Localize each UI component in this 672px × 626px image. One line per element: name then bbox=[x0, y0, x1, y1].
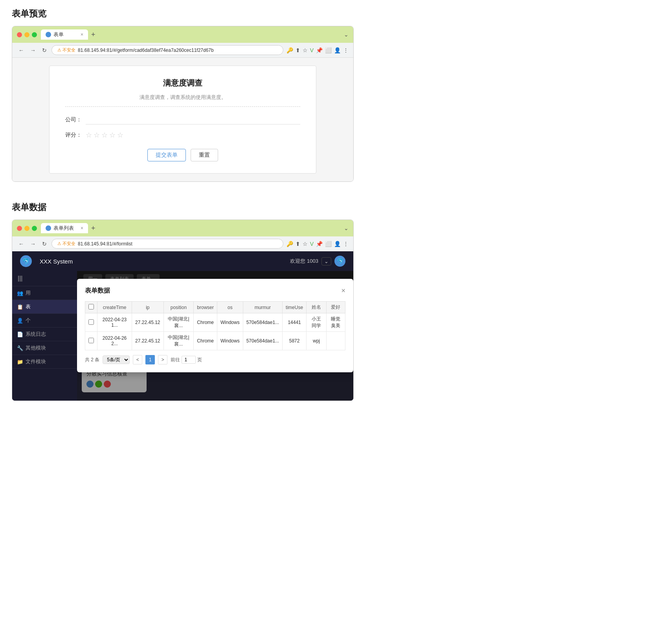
window-icon-2[interactable]: ⬜ bbox=[325, 241, 332, 247]
address-bar-1[interactable]: ⚠ 不安全 81.68.145.94:81/#/getform/cad6daf3… bbox=[51, 45, 283, 55]
page-current-btn[interactable]: 1 bbox=[145, 355, 155, 364]
nav-refresh-1[interactable]: ↻ bbox=[40, 46, 48, 54]
sidebar-item-file[interactable]: 📁 文件模块 bbox=[12, 355, 77, 369]
form-desc-1: 满意度调查，调查系统的使用满意度。 bbox=[65, 94, 300, 107]
sidebar-item-syslog[interactable]: 📄 系统日志 bbox=[12, 328, 77, 341]
goto-input[interactable] bbox=[182, 356, 196, 364]
dot-green-1[interactable] bbox=[32, 32, 37, 37]
sidebar-other-label: 其他模块 bbox=[26, 344, 46, 351]
modal-overlay: 表单数据 × createTime ip position bbox=[77, 271, 353, 401]
user-dropdown[interactable]: ⌄ bbox=[321, 257, 331, 265]
star-2[interactable]: ☆ bbox=[94, 131, 100, 139]
ext-v-icon-2[interactable]: V bbox=[310, 241, 314, 247]
tab-label-2: 表单列表 bbox=[53, 225, 74, 232]
star-4[interactable]: ☆ bbox=[109, 131, 116, 139]
sidebar-item-users[interactable]: 👥 用 bbox=[12, 286, 77, 300]
dot-yellow-2[interactable] bbox=[24, 226, 29, 231]
tab-label-1: 表单 bbox=[53, 31, 64, 38]
data-table: createTime ip position browser os murmur… bbox=[85, 301, 345, 350]
dot-red-1[interactable] bbox=[17, 32, 22, 37]
star-rating[interactable]: ☆ ☆ ☆ ☆ ☆ bbox=[86, 131, 123, 139]
users-icon: 👥 bbox=[17, 290, 23, 296]
form-card-1: 满意度调查 满意度调查，调查系统的使用满意度。 公司： 评分： ☆ ☆ ☆ ☆ … bbox=[49, 66, 316, 174]
tab-favicon-2 bbox=[46, 225, 51, 231]
warning-icon-2: ⚠ 不安全 bbox=[57, 241, 75, 247]
more-icon-1[interactable]: ⋮ bbox=[343, 47, 349, 53]
tab-close-2[interactable]: × bbox=[81, 225, 83, 231]
select-all-checkbox[interactable] bbox=[88, 304, 94, 309]
reset-button[interactable]: 重置 bbox=[191, 149, 218, 161]
goto-prefix: 前往 bbox=[171, 357, 180, 363]
star-icon-2[interactable]: ☆ bbox=[303, 241, 308, 247]
pin-icon-2[interactable]: 📌 bbox=[316, 241, 323, 247]
user-avatar-topbar[interactable]: 🐬 bbox=[334, 256, 345, 267]
sidebar-collapse-btn[interactable]: ||| bbox=[12, 271, 77, 286]
form-row-company: 公司： bbox=[65, 115, 300, 124]
col-hobby: 爱好 bbox=[326, 302, 345, 313]
browser-tab-1[interactable]: 表单 × bbox=[41, 29, 88, 40]
nav-back-1[interactable]: ← bbox=[17, 46, 26, 54]
table-header-row: createTime ip position browser os murmur… bbox=[85, 302, 345, 313]
ext-v-icon-1[interactable]: V bbox=[310, 47, 314, 53]
star-icon-1[interactable]: ☆ bbox=[303, 47, 308, 53]
sidebar-item-table[interactable]: 📋 表 bbox=[12, 300, 77, 314]
key-icon-1[interactable]: 🔑 bbox=[286, 47, 293, 53]
nav-back-2[interactable]: ← bbox=[17, 240, 26, 248]
dot-red-2[interactable] bbox=[17, 226, 22, 231]
pin-icon-1[interactable]: 📌 bbox=[316, 47, 323, 53]
sidebar-file-label: 文件模块 bbox=[26, 358, 46, 365]
welcome-text: 欢迎您 1003 bbox=[290, 258, 318, 265]
form-title-1: 满意度调查 bbox=[65, 78, 300, 88]
nav-refresh-2[interactable]: ↻ bbox=[40, 240, 48, 248]
tab-plus-2[interactable]: + bbox=[91, 224, 95, 232]
submit-button[interactable]: 提交表单 bbox=[147, 149, 186, 161]
share-icon-2[interactable]: ⬆ bbox=[296, 241, 300, 247]
row1-name: 小王同学 bbox=[307, 313, 327, 332]
modal-close-button[interactable]: × bbox=[341, 287, 345, 295]
col-ip: ip bbox=[132, 302, 163, 313]
browser-titlebar-2: 表单列表 × + ⌄ bbox=[12, 220, 353, 236]
tab-close-1[interactable]: × bbox=[81, 32, 83, 37]
page-prev-btn[interactable]: < bbox=[133, 355, 142, 364]
star-1[interactable]: ☆ bbox=[86, 131, 92, 139]
modal-box: 表单数据 × createTime ip position bbox=[77, 279, 353, 372]
dot-yellow-1[interactable] bbox=[24, 32, 29, 37]
row1-select[interactable] bbox=[88, 319, 94, 325]
sidebar-item-other[interactable]: 🔧 其他模块 bbox=[12, 341, 77, 355]
sidebar-item-person[interactable]: 👤 个 bbox=[12, 314, 77, 328]
share-icon-1[interactable]: ⬆ bbox=[296, 47, 300, 53]
user-icon-2[interactable]: 👤 bbox=[334, 241, 341, 247]
row2-timeuse: 5872 bbox=[283, 332, 307, 350]
modal-header: 表单数据 × bbox=[85, 287, 345, 295]
browser-window-2: 表单列表 × + ⌄ ← → ↻ ⚠ 不安全 81.68.145.94:81/#… bbox=[12, 220, 354, 401]
nav-forward-2[interactable]: → bbox=[29, 240, 37, 248]
row2-select[interactable] bbox=[88, 338, 94, 343]
more-icon-2[interactable]: ⋮ bbox=[343, 241, 349, 247]
tab-plus-1[interactable]: + bbox=[91, 31, 95, 39]
address-bar-2[interactable]: ⚠ 不安全 81.68.145.94:81/#/formlist bbox=[51, 239, 283, 249]
col-name: 姓名 bbox=[307, 302, 327, 313]
col-murmur: murmur bbox=[243, 302, 282, 313]
dot-green-2[interactable] bbox=[32, 226, 37, 231]
nav-forward-1[interactable]: → bbox=[29, 46, 37, 54]
star-3[interactable]: ☆ bbox=[101, 131, 108, 139]
key-icon-2[interactable]: 🔑 bbox=[286, 241, 293, 247]
sys-logo: 🐬 bbox=[20, 255, 32, 267]
topbar-left: 🐬 XXX System bbox=[20, 255, 73, 267]
browser-controls-1 bbox=[17, 32, 37, 37]
user-icon-1[interactable]: 👤 bbox=[334, 47, 341, 53]
window-minimize-2[interactable]: ⌄ bbox=[344, 225, 349, 231]
rating-label: 评分： bbox=[65, 132, 82, 139]
browser-tab-2[interactable]: 表单列表 × bbox=[41, 223, 88, 233]
star-5[interactable]: ☆ bbox=[117, 131, 123, 139]
col-os: os bbox=[217, 302, 243, 313]
page-size-select[interactable]: 5条/页 bbox=[103, 355, 130, 364]
company-input[interactable] bbox=[86, 115, 300, 124]
window-minimize-1[interactable]: ⌄ bbox=[344, 31, 349, 38]
browser-navbar-1: ← → ↻ ⚠ 不安全 81.68.145.94:81/#/getform/ca… bbox=[12, 43, 353, 58]
form-actions-1: 提交表单 重置 bbox=[65, 149, 300, 161]
table-row: 2022-04-23 1... 27.22.45.12 中国|湖北|襄... C… bbox=[85, 313, 345, 332]
row2-hobby bbox=[326, 332, 345, 350]
window-icon-1[interactable]: ⬜ bbox=[325, 47, 332, 53]
page-next-btn[interactable]: > bbox=[158, 355, 167, 364]
